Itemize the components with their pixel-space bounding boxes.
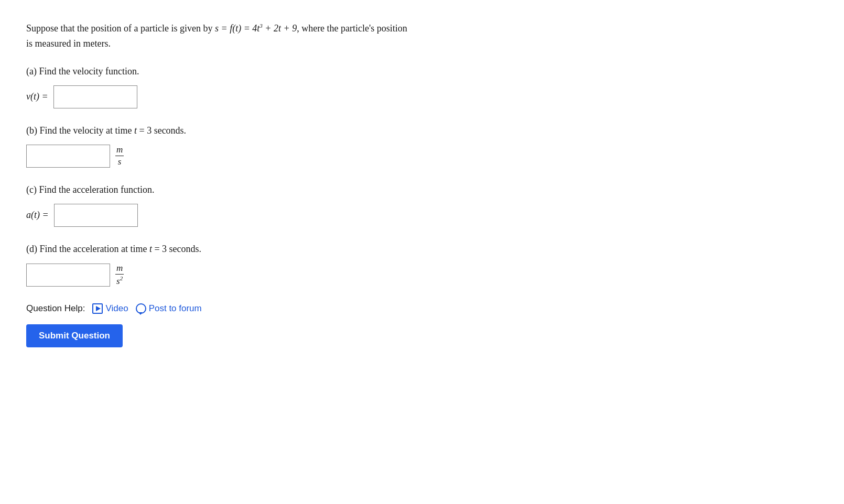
help-label: Question Help: — [26, 303, 85, 314]
part-a-label: (a) Find the velocity function. — [26, 66, 818, 77]
part-d-answer-row: m s2 — [26, 263, 818, 287]
part-b-input[interactable] — [26, 145, 110, 168]
video-link[interactable]: Video — [92, 303, 128, 314]
part-a-input[interactable] — [53, 85, 137, 108]
intro-text: Suppose that the position of a particle … — [26, 23, 407, 34]
forum-label: Post to forum — [149, 303, 202, 314]
forum-link[interactable]: Post to forum — [136, 303, 202, 314]
intro-text-2: is measured in meters. — [26, 38, 111, 49]
part-b-label: (b) Find the velocity at time t = 3 seco… — [26, 125, 818, 136]
question-help-row: Question Help: Video Post to forum — [26, 303, 818, 314]
unit-denominator-d: s2 — [115, 275, 124, 287]
video-icon — [92, 303, 103, 314]
part-c-label: (c) Find the acceleration function. — [26, 184, 818, 195]
submit-button[interactable]: Submit Question — [26, 324, 123, 347]
forum-icon — [136, 303, 146, 314]
part-d-unit: m s2 — [115, 263, 124, 287]
part-c-answer-row: a(t) = — [26, 204, 818, 227]
part-d-label: (d) Find the acceleration at time t = 3 … — [26, 244, 818, 255]
part-d-input[interactable] — [26, 264, 110, 287]
part-a-eq-label: v(t) = — [26, 91, 48, 102]
part-a-answer-row: v(t) = — [26, 85, 818, 108]
problem-intro: Suppose that the position of a particle … — [26, 21, 818, 51]
unit-numerator-d: m — [115, 263, 124, 275]
part-b-unit: m s — [115, 145, 124, 168]
part-c-input[interactable] — [54, 204, 138, 227]
part-b-answer-row: m s — [26, 145, 818, 168]
unit-numerator: m — [115, 145, 124, 156]
part-c-eq-label: a(t) = — [26, 210, 49, 221]
video-label: Video — [105, 303, 128, 314]
unit-denominator: s — [117, 156, 123, 167]
